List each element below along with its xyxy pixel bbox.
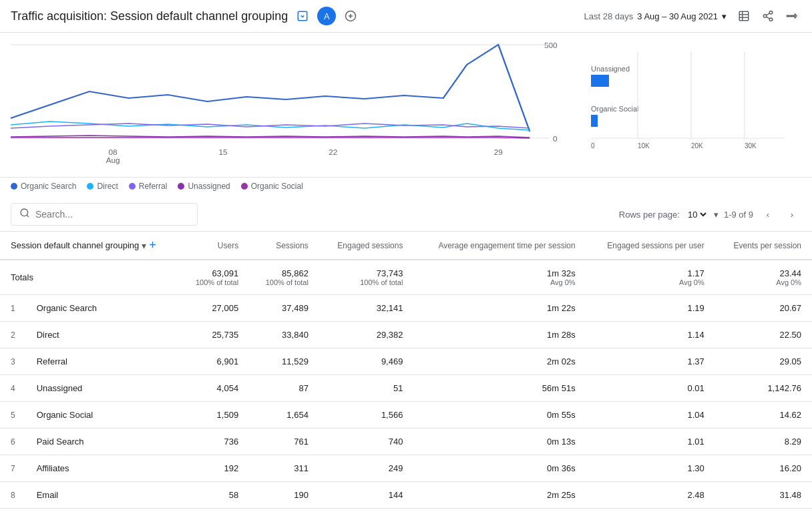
table-header-row: Session default channel grouping ▾ + Use… [0, 232, 812, 260]
compare-icon[interactable] [783, 7, 801, 25]
col-avg-time[interactable]: Average engagement time per session [413, 232, 586, 260]
row-engaged: 740 [319, 429, 414, 455]
legend-unassigned: Unassigned [178, 182, 230, 191]
row-eng-per-user: 2.48 [586, 482, 715, 509]
bar-chart: Unassigned Organic Social 0 10K 20K 30K [588, 38, 801, 172]
row-num: 4 [0, 375, 26, 402]
legend-label-organic-search: Organic Search [21, 182, 76, 191]
date-range-value: 3 Aug – 30 Aug 2021 [637, 11, 718, 21]
svg-text:15: 15 [218, 149, 227, 156]
page-title: Traffic acquisition: Session default cha… [11, 9, 288, 23]
table-view-icon[interactable] [735, 7, 753, 25]
svg-text:20K: 20K [691, 142, 703, 150]
table-row: 9 Paid Social 1 1 1 0m 46s 1.00 38.00 [0, 509, 812, 517]
chevron-down-icon: ▾ [714, 210, 719, 220]
svg-point-9 [763, 15, 767, 18]
date-dropdown-icon[interactable]: ▾ [722, 11, 727, 21]
row-users: 1,509 [179, 402, 249, 429]
svg-point-34 [21, 209, 28, 216]
col-group-label: Session default channel grouping [11, 240, 139, 250]
col-group-header: Session default channel grouping ▾ + [0, 232, 179, 260]
svg-text:30K: 30K [745, 142, 757, 150]
chart-legend: Organic Search Direct Referral Unassigne… [0, 178, 812, 198]
next-page-icon[interactable]: › [783, 205, 801, 224]
data-table: Session default channel grouping ▾ + Use… [0, 232, 812, 516]
legend-dot-organic-social [241, 183, 248, 190]
row-sessions: 37,489 [249, 295, 319, 322]
row-engaged: 29,382 [319, 322, 414, 348]
legend-label-direct: Direct [97, 182, 118, 191]
row-sessions: 761 [249, 429, 319, 455]
row-events-per: 29.05 [715, 348, 812, 375]
row-num: 1 [0, 295, 26, 322]
avatar[interactable]: A [317, 7, 336, 25]
row-users: 4,054 [179, 375, 249, 402]
row-engaged: 1 [319, 509, 414, 517]
legend-dot-organic-search [11, 183, 17, 190]
page-info: 1-9 of 9 [724, 210, 753, 220]
legend-label-organic-social: Organic Social [251, 182, 303, 191]
row-channel[interactable]: Unassigned [26, 375, 180, 402]
row-channel[interactable]: Direct [26, 322, 180, 348]
totals-sessions: 85,862 100% of total [249, 260, 319, 295]
col-group-dropdown-icon[interactable]: ▾ [142, 240, 146, 251]
col-events-per[interactable]: Events per session [715, 232, 812, 260]
date-range[interactable]: Last 28 days 3 Aug – 30 Aug 2021 ▾ [584, 11, 727, 21]
row-eng-per-user: 1.14 [586, 322, 715, 348]
bookmark-icon[interactable] [293, 7, 312, 25]
add-view-icon[interactable] [341, 7, 360, 25]
share-icon[interactable] [759, 7, 777, 25]
header-left: Traffic acquisition: Session default cha… [11, 7, 360, 25]
search-box[interactable] [11, 203, 198, 226]
row-num: 3 [0, 348, 26, 375]
svg-text:29: 29 [494, 149, 503, 156]
svg-rect-24 [591, 75, 609, 87]
search-input[interactable] [35, 209, 189, 220]
totals-label: Totals [0, 260, 179, 295]
col-engaged-sessions[interactable]: Engaged sessions [319, 232, 414, 260]
legend-dot-direct [87, 183, 93, 190]
totals-avg-time: 1m 32s Avg 0% [413, 260, 586, 295]
row-engaged: 1,566 [319, 402, 414, 429]
totals-row: Totals 63,091 100% of total 85,862 100% … [0, 260, 812, 295]
col-users[interactable]: Users [179, 232, 249, 260]
table-row: 6 Paid Search 736 761 740 0m 13s 1.01 8.… [0, 429, 812, 455]
totals-users: 63,091 100% of total [179, 260, 249, 295]
legend-referral: Referral [129, 182, 168, 191]
col-sessions[interactable]: Sessions [249, 232, 319, 260]
row-sessions: 87 [249, 375, 319, 402]
row-users: 736 [179, 429, 249, 455]
col-add-icon[interactable]: + [149, 238, 156, 252]
col-eng-per-user[interactable]: Engaged sessions per user [586, 232, 715, 260]
svg-text:Aug: Aug [106, 157, 120, 164]
row-channel[interactable]: Affiliates [26, 455, 180, 482]
rows-per-page-select[interactable]: 10 25 50 [685, 209, 708, 220]
totals-eng-per-user: 1.17 Avg 0% [586, 260, 715, 295]
svg-rect-25 [591, 115, 598, 127]
prev-page-icon[interactable]: ‹ [759, 205, 777, 224]
row-events-per: 22.50 [715, 322, 812, 348]
row-channel[interactable]: Paid Social [26, 509, 180, 517]
row-channel[interactable]: Organic Social [26, 402, 180, 429]
row-num: 2 [0, 322, 26, 348]
row-sessions: 11,529 [249, 348, 319, 375]
row-channel[interactable]: Referral [26, 348, 180, 375]
row-channel[interactable]: Paid Search [26, 429, 180, 455]
row-avg-time: 0m 55s [413, 402, 586, 429]
row-channel[interactable]: Email [26, 482, 180, 509]
legend-dot-unassigned [178, 183, 184, 190]
pagination-controls: Rows per page: 10 25 50 ▾ 1-9 of 9 ‹ › [619, 205, 801, 224]
row-num: 9 [0, 509, 26, 517]
table-row: 2 Direct 25,735 33,840 29,382 1m 28s 1.1… [0, 322, 812, 348]
row-users: 58 [179, 482, 249, 509]
row-users: 192 [179, 455, 249, 482]
legend-dot-referral [129, 183, 136, 190]
row-channel[interactable]: Organic Search [26, 295, 180, 322]
row-eng-per-user: 1.04 [586, 402, 715, 429]
row-sessions: 311 [249, 455, 319, 482]
row-avg-time: 2m 25s [413, 482, 586, 509]
row-sessions: 33,840 [249, 322, 319, 348]
row-engaged: 9,469 [319, 348, 414, 375]
row-eng-per-user: 1.30 [586, 455, 715, 482]
row-events-per: 16.20 [715, 455, 812, 482]
